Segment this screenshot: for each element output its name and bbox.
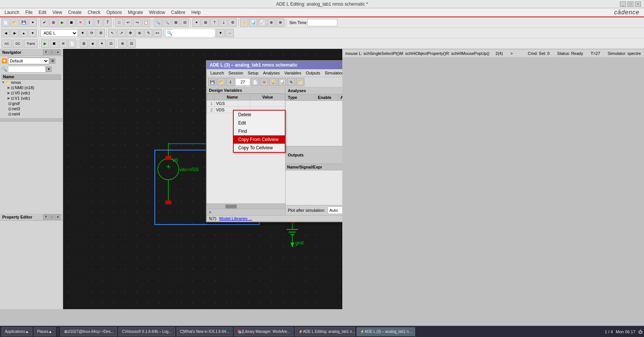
tb-move-btn[interactable]: ✥	[126, 29, 135, 37]
tb-snap-btn[interactable]: ✦	[192, 18, 201, 27]
maximize-btn[interactable]: □	[627, 2, 633, 7]
mode-select[interactable]: ADE L	[40, 29, 78, 37]
tb-paste-btn[interactable]: 📋	[142, 18, 150, 27]
ade-menu-launch[interactable]: Launch	[208, 70, 226, 76]
ade-menu-outputs[interactable]: Outputs	[304, 70, 323, 76]
nav-node-gnd[interactable]: ⊡ gnd!	[2, 101, 61, 106]
pe-close-btn[interactable]: ×	[55, 214, 60, 220]
minimize-btn[interactable]: _	[620, 2, 626, 7]
ade-menu-setup[interactable]: Setup	[245, 70, 261, 76]
tb-search-go-btn[interactable]: →	[225, 29, 234, 37]
dv-row1-name[interactable]: VGS	[215, 100, 250, 107]
tb-run2-btn[interactable]: ▶	[41, 39, 49, 48]
ade-dialog-title[interactable]: ADE L (3) – analog_lab1 nmos schematic _…	[207, 61, 342, 69]
tb-move2-btn[interactable]: ⊕	[135, 29, 144, 37]
tb-zoom-prev-btn[interactable]: ⊟	[181, 18, 189, 27]
window-controls[interactable]: _ □ ×	[620, 2, 641, 7]
tb-ruler-btn[interactable]: ⊟	[127, 39, 136, 48]
tb-trans-btn[interactable]: Trans	[24, 39, 38, 48]
dv-row1-value[interactable]	[250, 100, 285, 107]
tb-prop-btn[interactable]: ⚙	[228, 18, 237, 27]
ade-menu-analyses[interactable]: Analyses	[261, 70, 282, 76]
tb-search-opts-btn[interactable]: ▼	[216, 29, 225, 37]
menu-create[interactable]: Create	[65, 9, 85, 16]
tb-open-btn[interactable]: 📂	[11, 18, 19, 27]
menu-window[interactable]: Window	[146, 9, 168, 16]
ctx-copy-to[interactable]: Copy To Cellview	[234, 144, 285, 152]
taskbar-power-icon[interactable]: ⏻	[638, 329, 642, 334]
tb-corner-btn[interactable]: ◈	[89, 39, 97, 48]
ade-tb-save-btn[interactable]: 💾	[208, 78, 216, 86]
nav-node-nmos[interactable]: ▼ 📁 nmos	[2, 80, 61, 85]
tb-text2-btn[interactable]: T	[103, 18, 112, 27]
ade-tb-netlist-btn[interactable]: 📄	[251, 78, 259, 86]
nav-help-btn[interactable]: ?	[43, 50, 48, 55]
taskbar-places-btn[interactable]: Places ▲	[34, 327, 56, 336]
menu-check[interactable]: Check	[85, 9, 103, 16]
ade-tb-stop-btn[interactable]: ✕	[260, 78, 268, 86]
tb-sim3-btn[interactable]: 📈	[258, 18, 266, 27]
tb-select-btn[interactable]: ↖	[108, 29, 116, 37]
tb-info-btn[interactable]: ℹ	[85, 18, 94, 27]
dv-hscrollbar[interactable]	[207, 203, 285, 209]
ctx-edit[interactable]: Edit	[234, 119, 285, 127]
ctx-delete[interactable]: Delete	[234, 111, 285, 119]
close-btn[interactable]: ×	[635, 2, 641, 7]
nav-scrollbar[interactable]	[0, 118, 63, 122]
tb-redo-btn[interactable]: ↪	[133, 18, 141, 27]
ade-tb-num-input[interactable]	[235, 78, 250, 86]
tb-zoom-out-btn[interactable]: 🔍	[163, 18, 171, 27]
nav-node-net3[interactable]: ⊡ net3	[2, 106, 61, 111]
tb-check-btn[interactable]: ✔	[40, 18, 48, 27]
tb-save-btn[interactable]: 💾	[20, 18, 28, 27]
tb-fwd-btn[interactable]: ▶	[11, 29, 19, 37]
menu-migrate[interactable]: Migrate	[125, 9, 146, 16]
ade-tb-open-btn[interactable]: 📂	[217, 78, 225, 86]
dv-hscrollbar-thumb[interactable]	[225, 205, 237, 208]
tb-ac-btn[interactable]: AC	[2, 39, 12, 48]
nav-search-opts-btn[interactable]: ▼	[46, 67, 51, 72]
tb-del-btn[interactable]: ✕	[76, 18, 85, 27]
menu-options[interactable]: Options	[103, 9, 125, 16]
tb-sim4-btn[interactable]: ⊕	[267, 18, 275, 27]
tb-stop2-btn[interactable]: ⏹	[50, 39, 58, 48]
tb-hier-dn-btn[interactable]: ⇣	[219, 18, 228, 27]
taskbar-task-6[interactable]: ⚡ ADE L (3) – analog_lab1 n...	[357, 327, 415, 336]
tb-sim1-btn[interactable]: ⚡	[240, 18, 248, 27]
pe-float-btn[interactable]: □	[49, 214, 54, 220]
taskbar-task-1[interactable]: 🖥 zl1027@linux-64cp:~/Des...	[60, 327, 117, 336]
tb-up-btn[interactable]: ▲	[20, 29, 28, 37]
ade-menu-session[interactable]: Session	[226, 70, 245, 76]
pe-help-btn[interactable]: ?	[43, 214, 48, 220]
tb-dc-btn[interactable]: DC	[13, 39, 23, 48]
taskbar-applications-btn[interactable]: Applications ▲	[2, 327, 32, 336]
taskbar-task-2[interactable]: C Virtuoso® 6.1.6-64b – Log...	[118, 327, 175, 336]
tb-select2-btn[interactable]: ↗	[117, 29, 125, 37]
ctx-copy-from[interactable]: Copy From Cellview	[234, 135, 285, 144]
tb-grid-btn[interactable]: ⊞	[201, 18, 210, 27]
menu-help[interactable]: Help	[188, 9, 204, 16]
tb-text-btn[interactable]: T	[94, 18, 103, 27]
tb-stretch-btn[interactable]: ⊷	[153, 29, 162, 37]
ctx-find[interactable]: Find	[234, 127, 285, 135]
menu-calibre[interactable]: Calibre	[168, 9, 188, 16]
nav-search-input[interactable]	[8, 66, 45, 73]
tb-stop-btn[interactable]: ⏹	[67, 18, 76, 27]
ade-menu-variables[interactable]: Variables	[282, 70, 304, 76]
nav-filter-select[interactable]: Default	[8, 58, 49, 64]
tb-refresh-btn[interactable]: ⟳	[88, 29, 96, 37]
nav-node-v1[interactable]: ▶ ⊡ V1 (vdc)	[2, 96, 61, 101]
menu-view[interactable]: View	[49, 9, 65, 16]
ade-model-lib[interactable]: Model Libraries ...	[219, 216, 252, 221]
nav-node-v0[interactable]: ▶ ⊡ V0 (vdc)	[2, 90, 61, 96]
tb-new-btn[interactable]: 📄	[2, 18, 10, 27]
tb-edit-btn[interactable]: ✎	[144, 29, 153, 37]
tb-undo-btn[interactable]: ↩	[124, 18, 132, 27]
tb-wave-btn[interactable]: ≋	[59, 39, 67, 48]
tb-back-btn[interactable]: ◀	[2, 29, 10, 37]
ade-tb-edit-btn[interactable]: ✎	[287, 78, 295, 86]
tb-mode-btn[interactable]: ▼	[79, 29, 87, 37]
ade-menu-simulation[interactable]: Simulation	[322, 70, 342, 76]
menu-launch[interactable]: Launch	[2, 9, 22, 16]
schematic-canvas[interactable]: V0 vdc=VGS gnd A	[63, 49, 342, 309]
